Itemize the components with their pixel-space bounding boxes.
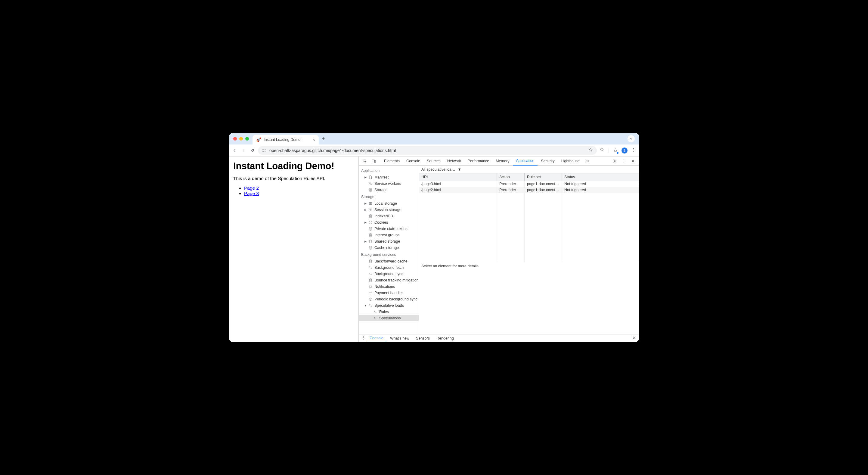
sidebar-item-service-workers[interactable]: Service workers	[359, 180, 418, 187]
sidebar-item-indexeddb[interactable]: IndexedDB	[359, 213, 418, 219]
bookmark-button[interactable]	[588, 148, 593, 153]
inspect-icon	[362, 159, 367, 164]
sidebar-item-speculations[interactable]: Speculations	[359, 315, 418, 321]
extensions-button[interactable]	[600, 148, 604, 153]
svg-point-22	[369, 233, 372, 235]
sidebar-section-background-services: Background services	[359, 251, 418, 258]
table-cell: Prerender	[497, 181, 525, 187]
header-ruleset[interactable]: Rule set	[525, 173, 562, 181]
sidebar-item-label: Interest groups	[374, 233, 399, 237]
drawer-close-button[interactable]	[632, 335, 637, 341]
devtools-tab-performance[interactable]: Performance	[465, 156, 492, 166]
speculations-filter-bar: All speculative loa… ▼	[419, 166, 639, 173]
sidebar-item-label: Rules	[379, 310, 389, 314]
browser-tab[interactable]: 🚀 Instant Loading Demo! ×	[252, 135, 319, 145]
sidebar-item-shared-storage[interactable]: ▶Shared storage	[359, 238, 418, 244]
drawer-tab-rendering[interactable]: Rendering	[433, 334, 457, 342]
maximize-window-button[interactable]	[245, 137, 249, 141]
svg-point-0	[265, 149, 266, 150]
minimize-window-button[interactable]	[239, 137, 243, 141]
tabs-dropdown-button[interactable]	[627, 135, 635, 142]
header-status[interactable]: Status	[562, 173, 639, 181]
sidebar-item-session-storage[interactable]: ▶Session storage	[359, 207, 418, 213]
svg-point-18	[369, 221, 372, 224]
back-button[interactable]	[232, 148, 237, 153]
devtools-tab-security[interactable]: Security	[538, 156, 558, 166]
devtools-tab-application[interactable]: Application	[513, 156, 537, 166]
sidebar-item-cache-storage[interactable]: Cache storage	[359, 244, 418, 251]
traffic-lights	[233, 137, 249, 141]
svg-point-29	[363, 336, 364, 336]
svg-point-17	[369, 214, 372, 215]
sidebar-item-manifest[interactable]: ▶Manifest	[359, 174, 418, 180]
gears-icon	[368, 181, 373, 186]
db-icon	[368, 187, 373, 192]
sidebar-item-label: Notifications	[374, 285, 395, 289]
sidebar-item-label: Background sync	[374, 272, 403, 276]
labs-button[interactable]	[613, 148, 618, 153]
inspect-element-button[interactable]	[361, 157, 369, 165]
reload-button[interactable]	[250, 148, 255, 153]
browser-toolbar: open-chalk-asparagus.glitch.me/page1-doc…	[229, 145, 639, 156]
devtools-menu-button[interactable]	[620, 157, 628, 165]
sidebar-item-background-fetch[interactable]: Background fetch	[359, 264, 418, 271]
nav-buttons	[232, 148, 255, 153]
gear-icon	[613, 159, 617, 164]
address-bar[interactable]: open-chalk-asparagus.glitch.me/page1-doc…	[258, 146, 597, 155]
sidebar-item-private-state-tokens[interactable]: Private state tokens	[359, 226, 418, 232]
devtools-tab-console[interactable]: Console	[403, 156, 423, 166]
tab-close-icon[interactable]: ×	[313, 137, 315, 142]
devtools-tab-sources[interactable]: Sources	[424, 156, 444, 166]
kebab-icon	[361, 335, 366, 340]
devtools-tab-elements[interactable]: Elements	[381, 156, 403, 166]
sidebar-item-back-forward-cache[interactable]: Back/forward cache	[359, 258, 418, 264]
sidebar-item-periodic-background-sync[interactable]: Periodic background sync	[359, 296, 418, 302]
page-link[interactable]: Page 3	[244, 191, 259, 196]
new-tab-button[interactable]: +	[322, 136, 325, 142]
svg-point-12	[370, 182, 371, 184]
close-window-button[interactable]	[233, 137, 237, 141]
profile-avatar[interactable]: B	[621, 148, 627, 153]
table-body: /page3.htmlPrerenderpage1-document-…Not …	[419, 181, 639, 193]
puzzle-icon	[600, 148, 604, 152]
filter-label: All speculative loa…	[421, 167, 455, 172]
chrome-menu-button[interactable]	[631, 148, 636, 153]
sidebar-item-interest-groups[interactable]: Interest groups	[359, 232, 418, 238]
drawer-menu-button[interactable]	[361, 335, 366, 341]
sidebar-item-notifications[interactable]: Notifications	[359, 283, 418, 290]
devtools-tab-lighthouse[interactable]: Lighthouse	[558, 156, 583, 166]
page-link[interactable]: Page 2	[244, 185, 259, 190]
svg-point-21	[369, 227, 372, 228]
sidebar-item-storage[interactable]: Storage	[359, 187, 418, 193]
sidebar-item-local-storage[interactable]: ▶Local storage	[359, 200, 418, 207]
sidebar-item-cookies[interactable]: ▶Cookies	[359, 219, 418, 226]
sidebar-section-application: Application	[359, 167, 418, 174]
sidebar-item-label: IndexedDB	[374, 214, 393, 218]
header-url[interactable]: URL	[419, 173, 497, 181]
sidebar-item-rules[interactable]: Rules	[359, 308, 418, 315]
devtools-settings-button[interactable]	[611, 157, 619, 165]
devtools-tab-network[interactable]: Network	[444, 156, 464, 166]
drawer-tab-what-s-new[interactable]: What's new	[387, 334, 412, 342]
table-row[interactable]: /page3.htmlPrerenderpage1-document-…Not …	[419, 181, 639, 187]
sidebar-item-payment-handler[interactable]: Payment handler	[359, 290, 418, 296]
forward-button[interactable]	[241, 148, 246, 153]
tab-title: Instant Loading Demo!	[264, 138, 310, 142]
device-toolbar-button[interactable]	[370, 157, 378, 165]
devtools-tab-memory[interactable]: Memory	[493, 156, 512, 166]
site-info-icon[interactable]	[261, 148, 266, 153]
sidebar-item-background-sync[interactable]: Background sync	[359, 271, 418, 277]
sidebar-item-bounce-tracking-mitigation[interactable]: Bounce tracking mitigation	[359, 277, 418, 283]
sidebar-item-label: Local storage	[374, 201, 397, 206]
sidebar-item-label: Manifest	[374, 175, 389, 179]
sidebar-item-speculative-loads[interactable]: ▼Speculative loads	[359, 302, 418, 308]
drawer-tab-console[interactable]: Console	[367, 334, 386, 342]
devtools-close-button[interactable]	[629, 157, 637, 165]
table-row[interactable]: /page2.htmlPrerenderpage1-document-…Not …	[419, 187, 639, 193]
more-tabs-button[interactable]	[583, 157, 592, 165]
header-action[interactable]: Action	[497, 173, 525, 181]
db-icon	[368, 278, 373, 283]
drawer-tab-sensors[interactable]: Sensors	[413, 334, 433, 342]
chevron-down-icon	[629, 136, 633, 141]
filter-dropdown[interactable]: All speculative loa… ▼	[421, 167, 461, 172]
